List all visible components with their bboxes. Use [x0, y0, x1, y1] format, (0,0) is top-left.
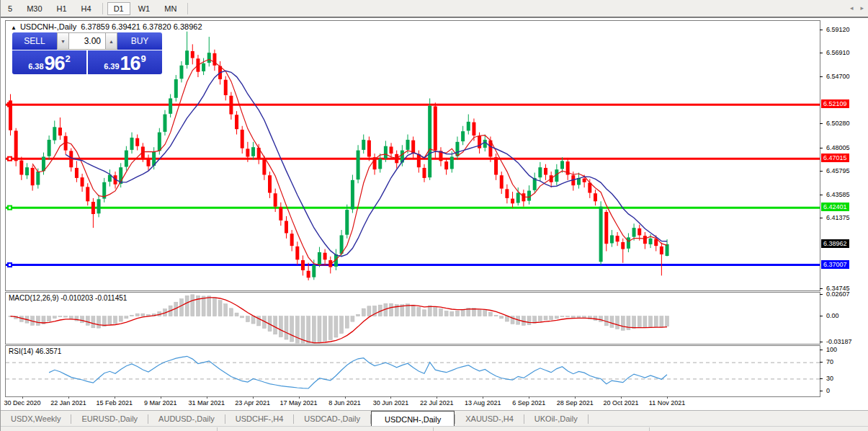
chart-tab-usdcnh-daily[interactable]: USDCNH-,Daily: [371, 411, 455, 427]
chart-tab-ukoil-daily[interactable]: UKOil-,Daily: [524, 411, 588, 427]
date-label: 31 Mar 2021: [188, 399, 225, 406]
ma-slow-line: [66, 71, 667, 256]
chart-tab-usdchf-h4[interactable]: USDCHF-,H4: [225, 411, 294, 427]
timeframe-button-m30[interactable]: M30: [20, 2, 48, 15]
date-tick: [529, 396, 529, 399]
axis-tick: [820, 316, 823, 316]
date-tick: [437, 396, 437, 399]
date-tick: [667, 396, 668, 399]
tab-scroll-controls: ◂ ▸: [850, 0, 864, 16]
axis-tick: [820, 148, 823, 148]
chart-symbol-header: ▲USDCNH-,Daily 6.37859 6.39421 6.37820 6…: [11, 22, 202, 31]
date-tick: [115, 396, 115, 399]
axis-tick: [820, 195, 823, 195]
tab-scroll-right-icon[interactable]: ▸: [860, 4, 864, 12]
chart-tab-xauusd-h4[interactable]: XAUUSD-,H4: [455, 411, 524, 427]
date-label: 15 Feb 2021: [97, 399, 133, 406]
date-tick: [161, 396, 161, 399]
axis-tick: [820, 288, 823, 289]
date-tick: [575, 396, 576, 399]
price-tick-label: 6.43585: [826, 191, 850, 198]
volume-input[interactable]: 3.00: [69, 32, 105, 50]
axis-tick: [820, 362, 823, 363]
volume-increase-button[interactable]: ▲: [105, 32, 117, 50]
chart-tab-audusd-daily[interactable]: AUDUSD-,Daily: [148, 411, 225, 427]
sell-price-pips: 96: [45, 54, 65, 73]
timeframe-button-w1[interactable]: W1: [132, 2, 157, 15]
price-tick-label: 6.45795: [826, 167, 850, 174]
date-label: 13 Aug 2021: [465, 399, 501, 406]
axis-tick: [820, 123, 823, 124]
chart-tab-usdcad-daily[interactable]: USDCAD-,Daily: [294, 411, 370, 427]
date-label: 11 Nov 2021: [649, 399, 685, 406]
date-label: 30 Jun 2021: [373, 399, 409, 406]
axis-tick: [820, 30, 823, 30]
date-tick: [22, 396, 23, 399]
price-axis: 6.591206.569106.547006.502806.480056.457…: [820, 20, 868, 291]
sell-price-point: 2: [66, 53, 71, 64]
rsi-tick-label: 0: [826, 387, 830, 394]
price-line-label: 6.47015: [821, 154, 849, 162]
horizontal-level-lines[interactable]: [6, 102, 820, 267]
axis-tick: [820, 53, 823, 53]
rsi-tick-label: 70: [826, 358, 833, 365]
macd-tick-label: -0.03187: [826, 338, 852, 345]
toolbar-separator: [187, 3, 188, 14]
price-line-label: 6.52109: [821, 99, 849, 108]
chart-tab-bar: USDX,WeeklyEURUSD-,DailyAUDUSD-,DailyUSD…: [1, 410, 868, 427]
macd-tick-label: 0.02607: [826, 290, 850, 298]
date-label: 23 Apr 2021: [235, 399, 270, 406]
date-label: 6 Sep 2021: [512, 399, 545, 406]
chart-tab-usdx-weekly[interactable]: USDX,Weekly: [1, 411, 71, 427]
price-tick-label: 6.41375: [826, 214, 850, 221]
chart-tab-eurusd-daily[interactable]: EURUSD-,Daily: [71, 411, 148, 427]
rsi-label: RSI(14) 46.3571: [9, 347, 61, 355]
date-label: 28 Sep 2021: [557, 399, 594, 406]
date-label: 8 Jun 2021: [328, 399, 361, 406]
timeframe-toolbar: 5M30H1H4D1W1MN: [1, 0, 868, 18]
price-tick-label: 6.50280: [826, 120, 850, 127]
timeframe-button-d1[interactable]: D1: [107, 2, 130, 15]
symbol-title: USDCNH-,Daily: [20, 22, 76, 31]
axis-tick: [820, 342, 823, 342]
price-line-label: 6.37007: [821, 260, 849, 269]
sell-button[interactable]: SELL: [12, 32, 57, 50]
axis-tick: [820, 391, 823, 391]
date-label: 20 Oct 2021: [604, 399, 639, 406]
date-tick: [621, 396, 622, 399]
date-label: 22 Jul 2021: [420, 399, 454, 406]
price-line-label: 6.42401: [821, 203, 849, 211]
price-tick-label: 6.54700: [826, 73, 850, 80]
date-tick: [68, 396, 69, 399]
status-strip: [1, 426, 868, 431]
buy-button[interactable]: BUY: [117, 32, 162, 50]
timeframe-button-h1[interactable]: H1: [50, 2, 73, 15]
volume-decrease-button[interactable]: ▼: [57, 32, 69, 50]
time-axis: 30 Dec 202022 Jan 202115 Feb 20219 Mar 2…: [1, 396, 868, 409]
price-tick-label: 6.48005: [826, 144, 850, 151]
axis-tick: [820, 350, 823, 350]
date-tick: [207, 396, 207, 399]
macd-indicator-panel[interactable]: MACD(12,26,9) -0.010203 -0.011451: [5, 292, 820, 345]
price-line-label: 6.38962: [821, 239, 849, 248]
date-label: 22 Jan 2021: [50, 399, 86, 406]
date-label: 30 Dec 2020: [4, 399, 40, 406]
sell-price-display[interactable]: 6.38 96 2: [12, 50, 86, 74]
timeframe-button-mn[interactable]: MN: [158, 2, 183, 15]
toolbar-separator: [102, 3, 103, 14]
timeframe-button-h4[interactable]: H4: [75, 2, 98, 15]
rsi-indicator-panel[interactable]: RSI(14) 46.3571: [5, 345, 820, 397]
tab-separator: [588, 414, 589, 424]
tab-scroll-left-icon[interactable]: ◂: [850, 4, 854, 12]
axis-tick: [820, 76, 823, 77]
timeframe-button-5[interactable]: 5: [1, 2, 19, 15]
price-tick-label: 6.59120: [826, 26, 850, 33]
axis-tick: [820, 378, 823, 379]
symbol-ohlc-values: 6.37859 6.39421 6.37820 6.38962: [81, 22, 202, 31]
price-tick-label: 6.56910: [826, 49, 850, 56]
date-label: 9 Mar 2021: [144, 399, 177, 406]
date-tick: [345, 396, 346, 399]
expand-arrow-icon[interactable]: ▲: [11, 25, 17, 31]
axis-tick: [820, 294, 823, 295]
buy-price-display[interactable]: 6.39 16 9: [88, 50, 162, 74]
